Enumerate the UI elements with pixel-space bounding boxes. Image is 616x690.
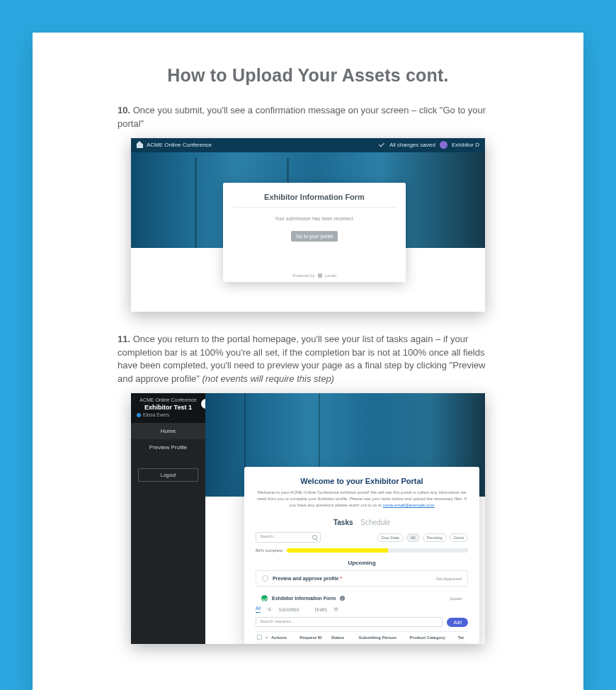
screenshot-2: ACME Online Conference Exhibitor Test 1 … [131,393,485,644]
status-circle-empty-icon [262,575,268,582]
upcoming-heading: Upcoming [256,560,468,566]
sidebar-app-name: ACME Online Conference [137,397,200,402]
sidebar: ACME Online Conference Exhibitor Test 1 … [131,393,205,644]
user-label: Exhibitor D [452,142,479,148]
page-inner: How to Upload Your Assets cont. 10. Once… [118,65,498,644]
portal-tabs: Tasks Schedule [256,519,468,526]
task1-title-text: Preview and approve profile [273,576,340,581]
step-10: 10. Once you submit, you'll see a confir… [118,104,498,131]
tasks-search-input[interactable]: Search... [256,532,321,543]
screenshot-1-wrap: ACME Online Conference All changes saved… [118,138,498,312]
nav-home[interactable]: Home [131,423,205,439]
star-icon[interactable]: ★ [265,635,268,640]
step-10-number: 10. [118,105,130,115]
filter-all[interactable]: All [406,533,420,542]
app-topbar: ACME Online Conference All changes saved… [131,138,485,152]
sidebar-user-name: Elissa Ewers [143,412,169,417]
select-all-checkbox[interactable] [257,635,262,640]
welcome-title: Welcome to your Exhibitor Portal [256,477,468,485]
row-last: Ter [457,643,468,645]
saved-status: All changes saved [389,142,435,148]
required-asterisk: * [340,576,342,581]
search-placeholder: Search... [260,534,277,538]
filter-due-date[interactable]: Due Date [377,533,404,542]
app-title: ACME Online Conference [147,142,212,148]
col-last: Ter [457,632,468,643]
requests-search-input[interactable]: Search requests... [256,617,443,627]
status-circle-check-icon [261,595,268,601]
home-icon[interactable] [137,142,143,148]
row-id: #64 [298,643,329,645]
task-exhibitor-form[interactable]: Exhibitor Information Form i Upsert [256,591,468,601]
filter-pending[interactable]: Pending [423,533,447,542]
step-11-italic: (not events will require this step) [203,373,334,384]
go-to-portal-button[interactable]: Go to your portal [291,231,338,242]
screenshot-1: ACME Online Conference All changes saved… [131,138,485,312]
requests-toolbar: Search requests... Add [256,617,468,627]
divider [233,207,396,208]
task-preview-approve[interactable]: Preview and approve profile * Not Approv… [256,570,468,587]
request-subtabs: All 1 Submitted Drafts 0 [256,606,468,613]
col-actions: Actions [270,632,298,643]
user-dot-icon [137,413,141,417]
topbar-left: ACME Online Conference [137,142,212,148]
col-submitting-person: Submitting Person [358,632,409,643]
table-row[interactable]: ★ View | Edit #64 Submitted Elissa Ewers… [256,643,468,645]
card-footer: Powered by Lenali [223,273,406,278]
info-icon[interactable]: i [340,596,345,601]
page-title: How to Upload Your Assets cont. [118,65,498,86]
task1-title: Preview and approve profile * [273,576,342,581]
requests-search-placeholder: Search requests... [260,619,295,623]
add-button[interactable]: Add [447,618,468,627]
col-request-id: Request ID [298,632,329,643]
subtab-all[interactable]: All [256,606,261,613]
step-11-number: 11. [118,334,130,344]
brand-icon [318,273,322,278]
portal-panel: Welcome to your Exhibitor Portal Welcome… [244,467,479,644]
brand-name: Lenali [325,273,336,278]
tasks-toolbar: Search... Due Date All Pending Done [256,532,468,543]
powered-by-label: Powered by [292,273,315,278]
avatar[interactable] [440,141,447,149]
welcome-intro: Welcome to your ACME Online Conference e… [256,490,468,509]
subtab-drafts[interactable]: Drafts [315,607,327,612]
subtab-submitted[interactable]: Submitted [278,607,299,612]
step-10-body: Once you submit, you'll see a confirmati… [118,105,486,129]
logout-button[interactable]: Logout [138,468,198,482]
sidebar-exhibitor: Exhibitor Test 1 [137,404,200,411]
progress-row: 86% complete [256,548,468,553]
requests-table: ★ Actions Request ID Status Submitting P… [256,631,468,644]
sidebar-header: ACME Online Conference Exhibitor Test 1 … [131,393,205,423]
task2-status: Upsert [450,596,462,601]
screenshot-2-wrap: ACME Online Conference Exhibitor Test 1 … [118,393,498,644]
document-page: How to Upload Your Assets cont. 10. Once… [33,33,583,690]
intro-email-link[interactable]: some-email@example.com [383,503,435,507]
step-11: 11. Once you return to the portal homepa… [118,333,498,386]
subtab-all-count: 1 [266,607,273,611]
col-product-category: Product Category [409,632,457,643]
confirmation-card: Exhibitor Information Form Your submissi… [223,183,406,282]
sidebar-user: Elissa Ewers [137,412,200,417]
progress-fill [287,548,388,553]
progress-bar [287,548,468,553]
task2-title: Exhibitor Information Form [272,596,336,601]
check-icon [379,142,385,148]
form-title: Exhibitor Information Form [233,193,396,201]
intro-text: Welcome to your ACME Online Conference e… [257,490,467,507]
nav-preview-profile[interactable]: Preview Profile [131,439,205,456]
tab-schedule[interactable]: Schedule [360,519,390,526]
table-header-row: ★ Actions Request ID Status Submitting P… [256,632,468,643]
task-filters: Due Date All Pending Done [377,533,468,542]
subtab-drafts-count: 0 [333,607,339,611]
tab-tasks[interactable]: Tasks [333,519,353,526]
confirmation-message: Your submission has been received. [233,216,396,221]
row-status: Submitted [330,643,358,645]
col-status: Status [330,632,358,643]
search-icon [312,535,317,540]
filter-done[interactable]: Done [450,533,468,542]
progress-label: 86% complete [256,548,283,553]
task1-status: Not Approved [436,577,462,581]
topbar-right: All changes saved Exhibitor D [379,141,479,149]
